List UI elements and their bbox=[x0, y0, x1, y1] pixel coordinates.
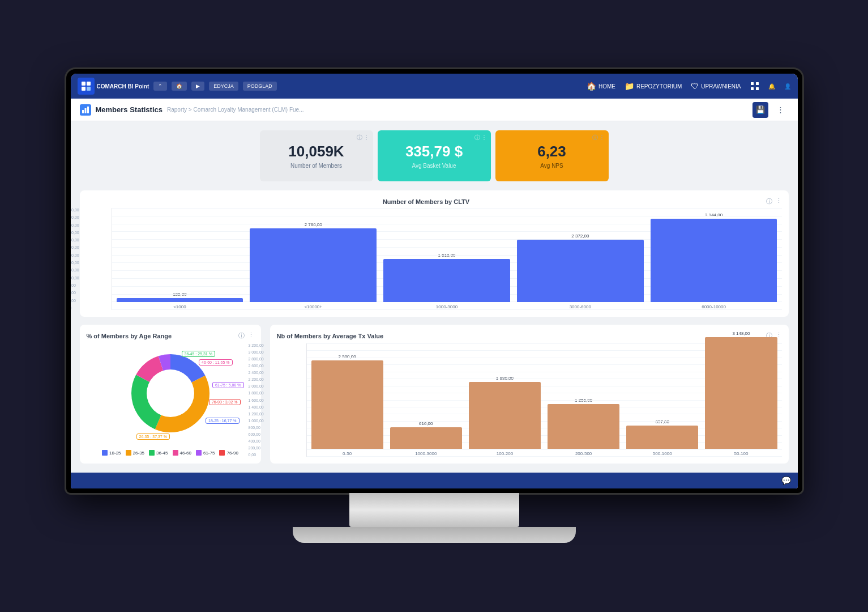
legend-36-45: 36-45 bbox=[149, 450, 168, 456]
logo-text: COMARCH BI Point bbox=[97, 83, 149, 90]
pie-label-26-35: 26-35 : 37,37 % bbox=[136, 434, 170, 440]
svg-rect-1 bbox=[87, 82, 91, 86]
legend-dot-61-75 bbox=[196, 450, 202, 456]
kpi-members-value: 10,059K bbox=[288, 143, 344, 160]
page-title: Members Statistics bbox=[96, 105, 163, 114]
tx-value-chart-container: Nb of Members by Average Tx Value ⓘ ⋮ 3 … bbox=[270, 325, 789, 464]
more-button[interactable]: ⋮ bbox=[773, 102, 789, 118]
bar-group-2: 1 618,00 1000-3000 bbox=[383, 253, 510, 309]
age-chart-title: % of Members by Age Range bbox=[87, 333, 172, 339]
legend-76-90: 76-90 bbox=[219, 450, 238, 456]
tx-bar-group-4: 657,00 500-1000 bbox=[626, 419, 698, 456]
svg-rect-10 bbox=[87, 107, 89, 113]
bottom-bar: 💬 bbox=[71, 473, 798, 488]
kpi-nps-label: Avg NPS bbox=[540, 163, 563, 169]
svg-rect-4 bbox=[751, 82, 754, 85]
tx-y-axis-labels: 3 200,00 3 000,00 2 800,00 2 600,00 2 40… bbox=[249, 343, 264, 457]
pie-legend: 18-25 26-35 36-45 bbox=[102, 450, 238, 456]
svg-rect-0 bbox=[82, 82, 85, 86]
bar-label-top-2: 1 618,00 bbox=[438, 253, 455, 258]
cltv-more-icon[interactable]: ⋮ bbox=[776, 197, 782, 206]
kpi-info-members[interactable]: ⓘ ⋮ bbox=[357, 134, 370, 142]
download-button[interactable]: 💾 bbox=[752, 102, 768, 118]
nav-btn-podglad[interactable]: PODGLĄD bbox=[243, 82, 277, 91]
cltv-info-icon[interactable]: ⓘ bbox=[766, 197, 772, 206]
bar-label-top-1: 2 786,00 bbox=[305, 222, 322, 227]
tx-bar-label-top-5: 3 148,00 bbox=[732, 331, 750, 336]
kpi-basket: ⓘ ⋮ 335,79 $ Avg Basket Value bbox=[378, 130, 491, 181]
nav-grid-icon[interactable] bbox=[750, 82, 759, 91]
legend-dot-36-45 bbox=[149, 450, 155, 456]
kpi-info-nps[interactable]: ⓘ ⋮ bbox=[592, 134, 605, 142]
bar-label-bottom-0: <1000 bbox=[173, 304, 186, 309]
bar-label-bottom-2: 1000-3000 bbox=[436, 304, 457, 309]
legend-dot-46-60 bbox=[173, 450, 178, 456]
bar-4 bbox=[651, 219, 777, 302]
tx-bar-label-top-4: 657,00 bbox=[656, 419, 669, 424]
grid-icon bbox=[750, 82, 759, 91]
nav-btn-play[interactable]: ▶ bbox=[191, 82, 204, 91]
tx-bar-label-top-3: 1 256,00 bbox=[575, 398, 592, 403]
bar-label-bottom-4: 6000-10000 bbox=[702, 304, 726, 309]
screen-inner: COMARCH BI Point ⌃ 🏠 ▶ EDYCJA PODGLĄD 🏠 … bbox=[71, 74, 798, 488]
monitor-wrapper: COMARCH BI Point ⌃ 🏠 ▶ EDYCJA PODGLĄD 🏠 … bbox=[66, 69, 802, 543]
nav-upraw-link[interactable]: 🛡 UPRAWNIENIA bbox=[691, 82, 741, 91]
pie-label-18-25: 18-25 : 16,77 % bbox=[206, 418, 239, 424]
nav-left: COMARCH BI Point ⌃ 🏠 ▶ EDYCJA PODGLĄD bbox=[78, 78, 277, 95]
tx-bar-label-top-0: 2 500,00 bbox=[339, 354, 356, 359]
nav-btn-edycja[interactable]: EDYCJA bbox=[209, 82, 238, 91]
tx-bar-group-0: 2 500,00 0-50 bbox=[311, 354, 383, 456]
tx-bar-group-2: 1 880,00 100-200 bbox=[469, 376, 541, 456]
svg-rect-6 bbox=[751, 87, 754, 90]
top-navigation: COMARCH BI Point ⌃ 🏠 ▶ EDYCJA PODGLĄD 🏠 … bbox=[71, 74, 798, 99]
folder-icon: 📁 bbox=[625, 82, 634, 91]
bar-2 bbox=[383, 259, 510, 302]
bottom-charts-row: % of Members by Age Range ⓘ ⋮ bbox=[80, 325, 789, 464]
user-icon: 👤 bbox=[784, 83, 791, 90]
nav-bell-icon[interactable]: 🔔 bbox=[768, 83, 775, 90]
svg-rect-5 bbox=[756, 82, 759, 85]
tx-bar-label-top-2: 1 880,00 bbox=[496, 376, 514, 381]
legend-61-75: 61-75 bbox=[196, 450, 215, 456]
svg-point-17 bbox=[147, 369, 194, 417]
tx-bar-group-3: 1 256,00 200-500 bbox=[548, 398, 619, 456]
tx-bar-group-5: 3 148,00 50-100 bbox=[705, 331, 777, 456]
kpi-nps: ⓘ ⋮ 6,23 Avg NPS bbox=[495, 130, 609, 181]
kpi-members: ⓘ ⋮ 10,059K Number of Members bbox=[260, 130, 373, 181]
pie-chart-wrapper: 36-45 : 25,31 % 46-60 : 11,65 % 61-75 : … bbox=[87, 343, 254, 456]
nav-repo-link[interactable]: 📁 REPOZYTORIUM bbox=[625, 82, 682, 91]
bar-0 bbox=[117, 298, 243, 302]
kpi-row: ⓘ ⋮ 10,059K Number of Members ⓘ ⋮ 335,79… bbox=[80, 130, 789, 181]
cltv-chart-container: Number of Members by CLTV ⓘ ⋮ 3 250,00 3… bbox=[80, 190, 789, 317]
svg-rect-8 bbox=[82, 110, 84, 113]
legend-dot-18-25 bbox=[102, 450, 108, 456]
bar-1 bbox=[250, 228, 377, 302]
legend-18-25: 18-25 bbox=[102, 450, 121, 456]
tx-bar-4 bbox=[626, 426, 698, 449]
bar-group-0: 139,00 <1000 bbox=[117, 292, 243, 309]
nav-btn-home-icon[interactable]: 🏠 bbox=[172, 82, 187, 91]
pie-label-61-75: 61-75 : 5,88 % bbox=[212, 382, 244, 388]
svg-rect-7 bbox=[756, 87, 759, 90]
bar-label-top-3: 2 372,00 bbox=[571, 233, 589, 239]
chat-icon[interactable]: 💬 bbox=[781, 476, 791, 485]
tx-bar-label-bottom-3: 200-500 bbox=[575, 451, 592, 456]
bar-label-top-0: 139,00 bbox=[173, 292, 186, 297]
tx-chart-title: Nb of Members by Average Tx Value bbox=[277, 333, 384, 339]
nav-home-link[interactable]: 🏠 HOME bbox=[587, 82, 615, 91]
nav-user-icon[interactable]: 👤 bbox=[784, 83, 791, 90]
kpi-members-label: Number of Members bbox=[290, 163, 342, 169]
legend-46-60: 46-60 bbox=[173, 450, 191, 456]
main-content: ⓘ ⋮ 10,059K Number of Members ⓘ ⋮ 335,79… bbox=[71, 121, 798, 473]
tx-bar-label-bottom-0: 0-50 bbox=[343, 451, 352, 456]
nav-btn-collapse[interactable]: ⌃ bbox=[153, 82, 167, 91]
breadcrumb: Raporty > Comarch Loyalty Management (CL… bbox=[167, 107, 303, 113]
bar-3 bbox=[517, 240, 644, 302]
age-more-icon[interactable]: ⋮ bbox=[248, 332, 254, 340]
pie-label-36-45: 36-45 : 25,31 % bbox=[182, 351, 215, 357]
home-icon: 🏠 bbox=[587, 82, 596, 91]
kpi-info-basket[interactable]: ⓘ ⋮ bbox=[474, 134, 488, 142]
tx-chart-wrapper: 3 200,00 3 000,00 2 800,00 2 600,00 2 40… bbox=[277, 343, 782, 457]
age-info-icon[interactable]: ⓘ bbox=[238, 332, 245, 340]
tx-bar-0 bbox=[311, 360, 383, 449]
